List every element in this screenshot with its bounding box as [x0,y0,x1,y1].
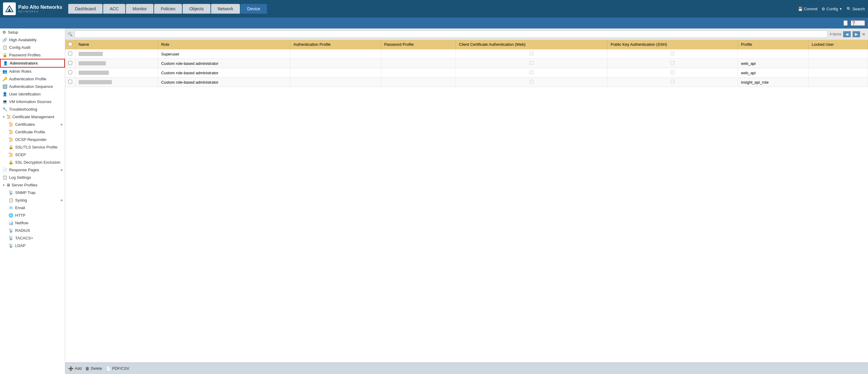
scroll-indicator-2 [61,169,62,171]
table-row: Superuser [65,49,868,59]
items-count: 4 items [830,32,841,36]
top-actions: 💾 Commit ⚙ Config ▼ 🔍 Search [798,7,865,11]
table-container: Name Role Authentication Profile Passwor… [65,40,868,363]
sidebar: ⚙ Setup 🔗 High Availability 📋 Config Aud… [0,29,65,374]
row-3-name[interactable] [75,68,158,77]
ssl-excl-icon: 🔒 [8,160,13,165]
row-2-checkbox-cell[interactable] [65,59,75,68]
admin-roles-icon: 👥 [2,69,7,74]
row-2-public-key-checkbox[interactable] [671,61,675,65]
main-layout: ⚙ Setup 🔗 High Availability 📋 Config Aud… [0,29,868,374]
row-4-public-key [608,77,738,87]
row-3-role: Custom role-based administrator [158,68,290,77]
sidebar-item-ocsp-responder[interactable]: 📜 OCSP Responder [6,136,65,143]
row-4-checkbox[interactable] [68,80,72,83]
tab-monitor[interactable]: Monitor [126,4,153,14]
help-button[interactable]: ❓ Help [851,20,865,26]
table-row: Custom role-based administrator web_api [65,59,868,68]
search-prev-button[interactable]: ◀ [843,31,851,37]
row-2-name[interactable] [75,59,158,68]
tab-dashboard[interactable]: Dashboard [68,4,102,14]
row-1-auth-profile [290,49,381,59]
sidebar-item-http[interactable]: 🌐 HTTP [6,211,65,219]
scroll-indicator-3 [61,199,62,201]
row-2-client-cert-checkbox[interactable] [530,61,533,65]
sidebar-item-response-pages[interactable]: 📄 Response Pages [0,166,65,174]
pdf-csv-button[interactable]: 📄 PDF/CSV [106,366,129,371]
row-3-client-cert-checkbox[interactable] [530,70,533,74]
row-2-client-cert [456,59,608,68]
snmp-trap-icon: 📡 [8,190,13,195]
sidebar-item-high-availability[interactable]: 🔗 High Availability [0,36,65,44]
row-1-public-key-checkbox[interactable] [671,52,675,56]
auth-sequence-icon: 🔢 [2,84,7,89]
sidebar-item-admin-roles[interactable]: 👥 Admin Roles [0,68,65,75]
sidebar-item-authentication-sequence[interactable]: 🔢 Authentication Sequence [0,83,65,90]
logo-name: Palo Alto Networks [18,5,62,10]
row-checkbox-cell[interactable] [65,49,75,59]
config-chevron-icon: ▼ [839,7,842,11]
sidebar-item-vm-information-sources[interactable]: 💻 VM Information Sources [0,98,65,105]
col-client-cert-auth: Client Certificate Authentication (Web) [456,40,608,49]
sidebar-item-netflow[interactable]: 📊 Netflow [6,219,65,227]
sidebar-item-authentication-profile[interactable]: 🔑 Authentication Profile [0,75,65,83]
sidebar-item-certificate-management[interactable]: ▼ 📜 Certificate Management [0,113,65,121]
row-3-checkbox[interactable] [68,70,72,74]
sidebar-item-tacacs-plus[interactable]: 📡 TACACS+ [6,234,65,242]
search-icon: 🔍 [846,7,851,11]
row-1-client-cert-checkbox[interactable] [530,52,533,56]
sidebar-item-log-settings[interactable]: 📋 Log Settings [0,174,65,181]
row-1-name[interactable] [75,49,158,59]
sidebar-item-server-profiles[interactable]: ▼ 🖥 Server Profiles [0,181,65,189]
netflow-icon: 📊 [8,220,13,225]
sidebar-item-email[interactable]: 📧 Email [6,204,65,211]
row-4-profile: insight_api_role [738,77,809,87]
search-button[interactable]: 🔍 Search [846,7,865,11]
sidebar-item-certificate-profile[interactable]: 📜 Certificate Profile [6,128,65,136]
commit-button[interactable]: 💾 Commit [798,7,818,11]
tab-acc[interactable]: ACC [103,4,126,14]
log-settings-icon: 📋 [2,175,7,180]
row-3-public-key-checkbox[interactable] [671,70,675,74]
search-input[interactable] [74,30,828,38]
row-4-client-cert-checkbox[interactable] [530,80,533,83]
sidebar-item-radius[interactable]: 📡 RADIUS [6,227,65,234]
config-button[interactable]: ⚙ Config ▼ [822,7,842,11]
tab-network[interactable]: Network [211,4,240,14]
row-1-checkbox[interactable] [68,52,72,56]
row-4-name[interactable] [75,77,158,87]
sidebar-item-setup[interactable]: ⚙ Setup [0,29,65,36]
row-4-checkbox-cell[interactable] [65,77,75,87]
help-icon: ❓ [851,21,856,25]
ldap-icon: 📡 [8,243,13,248]
add-button[interactable]: ➕ Add [68,366,82,371]
tab-device[interactable]: Device [241,4,267,14]
row-1-public-key [608,49,738,59]
tab-objects[interactable]: Objects [183,4,210,14]
row-3-checkbox-cell[interactable] [65,68,75,77]
sidebar-item-snmp-trap[interactable]: 📡 SNMP Trap [6,189,65,196]
tab-policies[interactable]: Policies [154,4,182,14]
sidebar-item-ssl-tls-service-profile[interactable]: 🔒 SSL/TLS Service Profile [6,143,65,151]
row-2-locked-user [809,59,868,68]
select-all-checkbox[interactable] [68,42,72,46]
pa-logo-icon [4,3,15,14]
triangle-icon: ▼ [2,115,5,118]
sidebar-item-troubleshooting[interactable]: 🔧 Troubleshooting [0,105,65,113]
sidebar-item-scep[interactable]: 📜 SCEP [6,151,65,159]
row-2-checkbox[interactable] [68,61,72,65]
sidebar-item-user-identification[interactable]: 👤 User Identification [0,90,65,98]
search-next-button[interactable]: ▶ [852,31,860,37]
sidebar-item-syslog[interactable]: 📋 Syslog [6,196,65,204]
sidebar-item-certificates[interactable]: 📜 Certificates [6,121,65,128]
refresh-button[interactable]: ↻ [843,20,848,26]
sidebar-item-password-profiles[interactable]: 🔒 Password Profiles [0,51,65,59]
search-close-button[interactable]: ✕ [862,32,866,37]
sidebar-item-ldap[interactable]: 📡 LDAP [6,242,65,249]
row-4-public-key-checkbox[interactable] [671,80,675,83]
delete-button[interactable]: 🗑 Delete [85,366,102,371]
sidebar-item-config-audit[interactable]: 📋 Config Audit [0,44,65,51]
administrators-table: Name Role Authentication Profile Passwor… [65,40,868,87]
sidebar-item-administrators[interactable]: 👤 Administrators [0,59,65,68]
sidebar-item-ssl-decryption-exclusion[interactable]: 🔒 SSL Decryption Exclusion [6,159,65,166]
